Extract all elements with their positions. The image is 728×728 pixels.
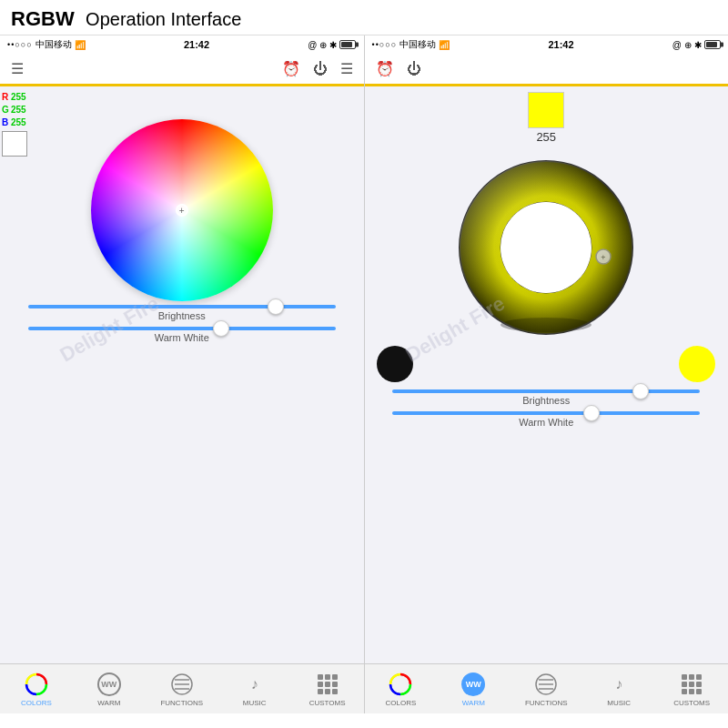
right-tab-functions[interactable]: FUNCTIONS [510,664,582,713]
left-battery [339,40,356,49]
right-carrier: 中国移动 [399,38,436,51]
brightness-track[interactable] [28,305,336,308]
title-bold: RGBW [11,7,75,30]
right-brightness-track[interactable] [392,389,700,393]
right-customs-label: CUSTOMS [673,699,710,707]
left-list-icon[interactable]: ☰ [340,60,353,77]
right-warm-white-thumb[interactable] [583,405,600,421]
left-warm-icon: WW [97,672,121,696]
phones-container: ••○○○ 中国移动 📶 21:42 @ ⊕ ✱ ☰ ⏰ ⏻ ☰ [0,35,728,713]
left-customs-label: CUSTOMS [309,699,346,707]
right-status-bar: ••○○○ 中国移动 📶 21:42 @ ⊕ ✱ [365,35,729,54]
right-bt-icon: ✱ [694,40,702,50]
g-val: 255 [11,105,26,115]
left-nav-center[interactable]: ⏰ ⏻ ☰ [282,60,353,77]
right-status-left: ••○○○ 中国移动 📶 [372,38,450,51]
warm-white-track[interactable] [28,327,336,330]
color-wheel-container[interactable]: + [91,119,273,301]
right-phone-panel: ••○○○ 中国移动 📶 21:42 @ ⊕ ✱ ⏰ ⏻ Delight Fir… [365,35,729,713]
right-tab-warm[interactable]: WW WARM [437,664,510,713]
right-brightness-slider-row[interactable]: Brightness [376,389,718,406]
brightness-thumb[interactable] [268,298,284,315]
left-bt-icon: ✱ [329,40,337,50]
right-status-right: @ ⊕ ✱ [672,40,721,50]
left-status-left: ••○○○ 中国移动 📶 [7,38,86,51]
brightness-ring-svg[interactable]: + [455,157,637,339]
right-brightness-thumb[interactable] [632,383,649,399]
left-lock-icon: ⊕ [319,40,327,50]
left-customs-icon [318,674,338,694]
left-music-label: MUSIC [243,699,267,707]
color-swatch-box[interactable] [528,92,564,128]
right-colors-label: COLORS [386,699,417,707]
right-brightness-label: Brightness [522,395,570,406]
rgb-panel: R 255 G 255 B 255 [2,90,27,157]
right-tab-customs[interactable]: CUSTOMS [655,664,728,713]
left-carrier: 中国移动 [35,38,72,51]
left-tab-warm[interactable]: WW WARM [73,664,146,713]
right-battery [704,40,721,49]
left-main-content: Delight Fire R 255 G 255 B 255 [0,86,364,663]
warm-white-label: Warm White [155,332,209,343]
color-swatch-val: 255 [536,130,556,144]
b-label: B [2,117,11,127]
right-power-icon[interactable]: ⏻ [407,61,421,77]
left-wifi-icon: 📶 [75,40,86,50]
left-tab-functions[interactable]: FUNCTIONS [146,664,218,713]
g-row: G 255 [2,103,27,116]
left-gps-icon: @ [308,40,317,50]
svg-point-14 [500,202,592,293]
right-time: 21:42 [548,39,573,50]
left-menu-icon[interactable]: ☰ [11,60,24,77]
left-functions-icon-wrap [169,672,195,697]
right-colors-icon [389,672,412,696]
left-power-icon[interactable]: ⏻ [313,61,328,77]
right-color-circles-row [377,346,715,382]
color-wheel[interactable]: + [91,119,273,301]
left-music-icon: ♪ [251,676,258,693]
right-warm-white-slider-row[interactable]: Warm White [376,411,718,428]
right-music-icon: ♪ [615,676,622,693]
right-tab-colors[interactable]: COLORS [365,664,438,713]
right-music-icon-wrap: ♪ [606,672,632,697]
left-functions-icon [170,672,194,696]
left-signal: ••○○○ [7,40,33,49]
r-label: R [2,92,11,102]
r-row: R 255 [2,90,27,103]
right-warm-icon: WW [461,672,485,696]
right-nav-center[interactable]: ⏰ ⏻ [376,60,421,77]
right-alarm-icon[interactable]: ⏰ [376,60,394,77]
left-music-icon-wrap: ♪ [242,672,268,697]
color-preview-box [2,131,27,157]
right-gps-icon: @ [672,40,682,50]
right-functions-icon [534,672,558,696]
left-colors-icon-wrap [24,672,49,697]
warm-white-slider-row[interactable]: Warm White [11,327,353,343]
left-phone-panel: ••○○○ 中国移动 📶 21:42 @ ⊕ ✱ ☰ ⏰ ⏻ ☰ [0,35,365,713]
g-label: G [2,105,11,115]
brightness-slider-row[interactable]: Brightness [11,305,353,321]
right-tab-music[interactable]: ♪ MUSIC [582,664,655,713]
right-warm-icon-wrap: WW [460,672,486,697]
left-time: 21:42 [184,39,209,50]
left-alarm-icon[interactable]: ⏰ [282,60,300,77]
brightness-label: Brightness [158,310,206,321]
black-circle[interactable] [377,346,413,382]
left-warm-label: WARM [97,699,120,707]
right-tab-bar: COLORS WW WARM FUNCTIO [365,663,729,713]
warm-white-thumb[interactable] [213,320,229,337]
wheel-cursor[interactable]: + [176,204,188,217]
color-swatch-top: 255 [528,92,564,144]
left-nav-left[interactable]: ☰ [11,60,24,77]
brightness-ring-container[interactable]: + [455,157,637,342]
left-tab-colors[interactable]: COLORS [0,664,73,713]
left-tab-music[interactable]: ♪ MUSIC [218,664,291,713]
right-warm-white-track[interactable] [392,411,700,415]
left-warm-icon-wrap: WW [96,672,122,697]
right-functions-icon-wrap [533,672,559,697]
left-tab-customs[interactable]: CUSTOMS [291,664,364,713]
r-val: 255 [11,92,26,102]
yellow-circle[interactable] [679,346,715,382]
right-warm-label: WARM [462,699,485,707]
right-main-content: Delight Fire 255 [365,86,729,663]
